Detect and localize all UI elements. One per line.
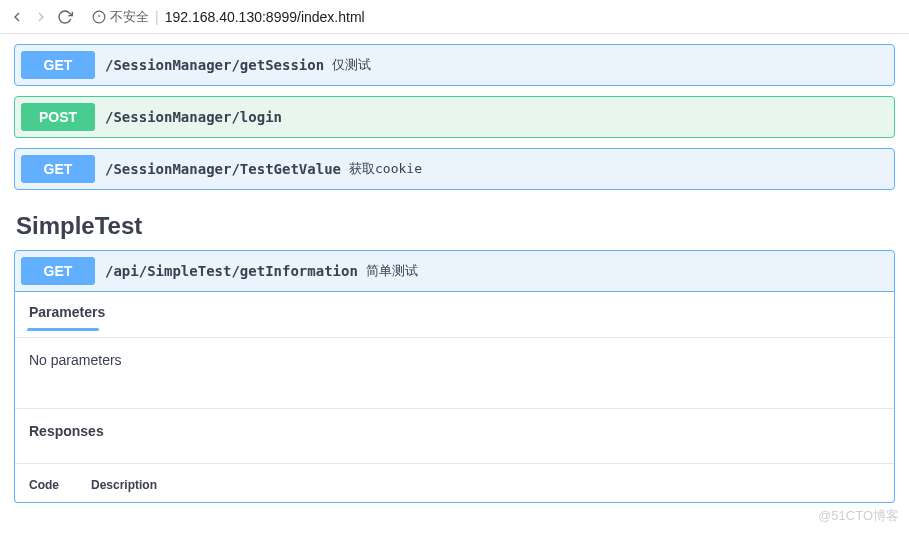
back-button[interactable] <box>8 8 26 26</box>
responses-header: Responses <box>15 409 894 463</box>
url-bar[interactable]: 不安全 | 192.168.40.130:8999/index.html <box>92 8 901 26</box>
endpoint-path: /SessionManager/TestGetValue <box>105 161 341 177</box>
endpoint-row[interactable]: GET /SessionManager/getSession 仅测试 <box>14 44 895 86</box>
endpoint-path: /SessionManager/getSession <box>105 57 324 73</box>
method-badge-get: GET <box>21 257 95 285</box>
method-badge-get: GET <box>21 155 95 183</box>
endpoint-row[interactable]: GET /SessionManager/TestGetValue 获取cooki… <box>14 148 895 190</box>
content-area: GET /SessionManager/getSession 仅测试 POST … <box>0 44 909 503</box>
browser-toolbar: 不安全 | 192.168.40.130:8999/index.html <box>0 0 909 34</box>
security-label: 不安全 <box>110 8 149 26</box>
method-badge-post: POST <box>21 103 95 131</box>
watermark: @51CTO博客 <box>818 507 899 525</box>
col-description: Description <box>91 478 157 492</box>
endpoint-path: /api/SimpleTest/getInformation <box>105 263 358 279</box>
section-title[interactable]: SimpleTest <box>16 212 893 240</box>
url-text: 192.168.40.130:8999/index.html <box>165 9 365 25</box>
endpoint-summary: 简单测试 <box>366 262 418 280</box>
method-badge-get: GET <box>21 51 95 79</box>
endpoint-row-expanded[interactable]: GET /api/SimpleTest/getInformation 简单测试 <box>14 250 895 292</box>
col-code: Code <box>29 478 59 492</box>
parameters-header: Parameters <box>15 292 894 328</box>
endpoint-summary: 获取cookie <box>349 160 422 178</box>
forward-button[interactable] <box>32 8 50 26</box>
no-parameters-text: No parameters <box>15 338 894 408</box>
endpoint-details: Parameters No parameters Responses Code … <box>14 292 895 503</box>
url-divider: | <box>155 9 159 25</box>
endpoint-path: /SessionManager/login <box>105 109 282 125</box>
reload-button[interactable] <box>56 8 74 26</box>
security-badge: 不安全 <box>92 8 149 26</box>
endpoint-row[interactable]: POST /SessionManager/login <box>14 96 895 138</box>
endpoint-summary: 仅测试 <box>332 56 371 74</box>
tab-underline <box>27 328 99 331</box>
response-columns: Code Description <box>15 464 894 502</box>
